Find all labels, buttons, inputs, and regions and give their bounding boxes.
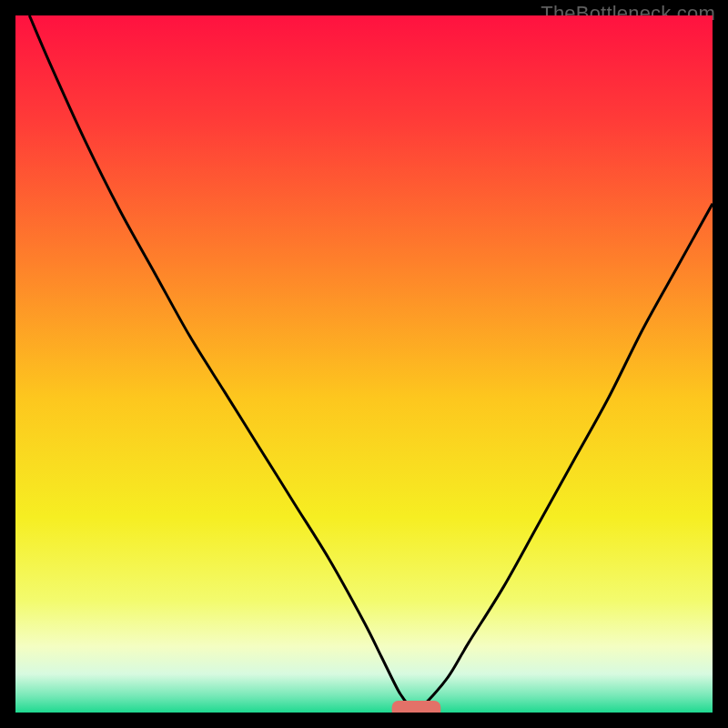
bottleneck-chart (15, 15, 713, 713)
gradient-background (15, 15, 713, 713)
outer-frame: TheBottleneck.com (0, 0, 728, 728)
minimum-marker (392, 701, 441, 713)
plot-area (15, 15, 713, 713)
